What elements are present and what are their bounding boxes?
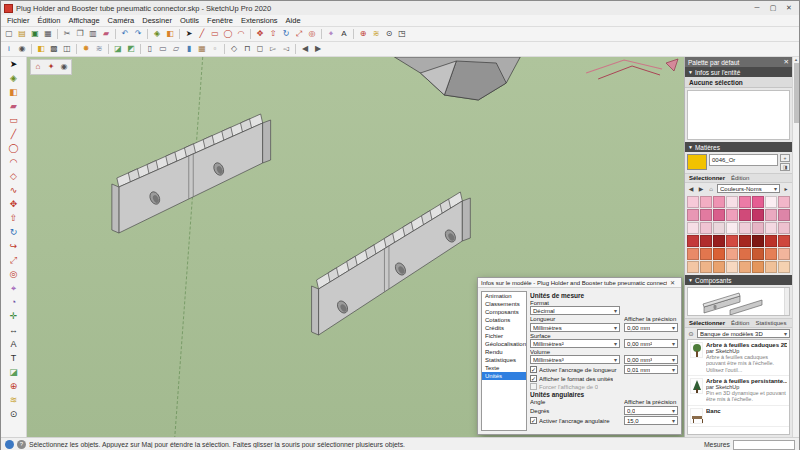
material-swatch[interactable] [765,196,777,208]
top-view-icon[interactable]: ⊓ [241,43,253,55]
paint-bucket-icon[interactable]: ◧ [7,86,20,99]
material-swatch[interactable] [726,222,738,234]
components-tab-selectionner[interactable]: Sélectionner [689,320,725,326]
component-list-item[interactable]: Arbre à feuilles caduques 2Dpar SketchUp… [688,340,789,376]
tray-close-icon[interactable]: ✕ [784,58,789,66]
collapse-icon[interactable]: ▼ [688,277,693,283]
help-icon[interactable]: ? [17,440,26,449]
next-view-icon[interactable]: ▶ [312,43,324,55]
measurements-input[interactable] [733,440,795,450]
material-swatch[interactable] [765,222,777,234]
pan-icon[interactable]: ≋ [7,394,20,407]
tray-titlebar[interactable]: Palette par défaut ✕ [685,57,792,67]
dimensions-icon[interactable]: ↔ [7,324,20,337]
material-swatch[interactable] [752,235,764,247]
display-format-checkbox[interactable]: ✓ [530,375,537,382]
model-info-icon[interactable]: ◉ [16,43,28,55]
component-preview[interactable] [687,287,790,316]
materials-tab-selectionner[interactable]: Sélectionner [689,175,725,181]
angle-snap-checkbox[interactable]: ✓ [530,417,537,424]
back-view-icon[interactable]: ◅ [280,43,292,55]
x-ray-icon[interactable]: ▯ [144,43,156,55]
front-view-icon[interactable]: ◻ [254,43,266,55]
dialog-section-geolocalisation[interactable]: Géolocalisation [482,340,526,348]
scroll-up-icon[interactable]: ▲ [794,57,798,62]
move-icon[interactable]: ✥ [254,28,266,40]
material-swatch[interactable] [778,196,790,208]
format-dropdown[interactable]: Décimal ▾ [530,306,620,315]
arc-icon[interactable]: ◠ [7,156,20,169]
collapse-icon[interactable]: ▼ [688,144,693,150]
dialog-section-composants[interactable]: Composants [482,308,526,316]
material-swatch[interactable] [739,196,751,208]
add-location-icon[interactable]: ◉ [58,61,70,73]
new-icon[interactable]: ▢ [3,28,15,40]
menu-outils[interactable]: Outils [176,16,203,25]
hidden-line-icon[interactable]: ▱ [170,43,182,55]
surface-precision-dropdown[interactable]: 0,00 mm² ▾ [624,339,678,348]
home-icon[interactable]: ⌂ [707,186,715,192]
menu-aide[interactable]: Aide [282,16,305,25]
copy-icon[interactable]: ❐ [74,28,86,40]
entity-info-icon[interactable]: i [3,43,15,55]
dialog-section-animation[interactable]: Animation [482,292,526,300]
dialog-section-unites[interactable]: Unités [482,372,526,380]
angle-snap-dropdown[interactable]: 15,0 ▾ [624,416,678,425]
components-tab-statistiques[interactable]: Statistiques [755,320,786,326]
tape-measure-icon[interactable]: ⌖ [325,28,337,40]
right-view-icon[interactable]: ▻ [267,43,279,55]
material-swatch[interactable] [739,235,751,247]
material-swatch[interactable] [778,235,790,247]
menu-fichier[interactable]: Fichier [3,16,34,25]
scale-icon[interactable]: ⤢ [7,254,20,267]
push-pull-icon[interactable]: ⇧ [267,28,279,40]
material-swatch[interactable] [752,196,764,208]
material-swatch[interactable] [739,209,751,221]
material-swatch[interactable] [700,235,712,247]
wireframe-icon[interactable]: ▭ [157,43,169,55]
component-list-item[interactable]: Banc [688,406,789,427]
section-plane-icon[interactable]: ◪ [112,43,124,55]
polygon-icon[interactable]: ◇ [7,170,20,183]
model-info-dialog[interactable]: Infos sur le modèle - Plug Holder and Bo… [477,277,682,435]
dialog-section-texte[interactable]: Texte [482,364,526,372]
material-swatch[interactable] [700,196,712,208]
pink-edges-fragment[interactable] [586,59,678,79]
dialog-titlebar[interactable]: Infos sur le modèle - Plug Holder and Bo… [478,278,681,288]
zoom-icon[interactable]: ⊙ [7,408,20,421]
zoom-icon[interactable]: ⊙ [383,28,395,40]
scrollbar-thumb[interactable] [794,63,799,123]
offset-icon[interactable]: ◎ [7,268,20,281]
materials-header[interactable]: ▼ Matières [685,142,792,152]
textured-icon[interactable]: ▦ [196,43,208,55]
rectangle-icon[interactable]: ▭ [209,28,221,40]
minimize-button[interactable]: ─ [749,2,765,14]
section-cuts-icon[interactable]: ◩ [125,43,137,55]
erase-icon[interactable]: ▰ [100,28,112,40]
material-swatch[interactable] [752,222,764,234]
back-icon[interactable]: ◀ [687,185,695,192]
material-swatch[interactable] [765,261,777,273]
make-component-icon[interactable]: ◈ [7,72,20,85]
material-collection-dropdown[interactable]: Couleurs-Noms ▾ [717,184,780,193]
orbit-icon[interactable]: ⊕ [7,380,20,393]
volume-precision-dropdown[interactable]: 0,00 mm³ ▾ [624,355,678,364]
maximize-button[interactable]: ▢ [765,2,781,14]
cut-icon[interactable]: ✂ [61,28,73,40]
offset-icon[interactable]: ◎ [306,28,318,40]
material-swatch[interactable] [726,235,738,247]
dialog-section-statistiques[interactable]: Statistiques [482,356,526,364]
material-swatch[interactable] [687,248,699,260]
create-material-button[interactable]: + [780,154,790,162]
paint-bucket-icon[interactable]: ◧ [164,28,176,40]
material-swatch[interactable] [778,261,790,273]
material-swatch[interactable] [687,222,699,234]
previous-view-icon[interactable]: ◀ [299,43,311,55]
axes-icon[interactable]: ✛ [7,310,20,323]
menu-edition[interactable]: Édition [34,16,65,25]
eraser-icon[interactable]: ▰ [7,100,20,113]
components-tab-edition[interactable]: Édition [731,320,749,326]
line-icon[interactable]: ╱ [196,28,208,40]
details-icon[interactable]: ▸ [782,185,790,192]
arc-icon[interactable]: ◠ [235,28,247,40]
